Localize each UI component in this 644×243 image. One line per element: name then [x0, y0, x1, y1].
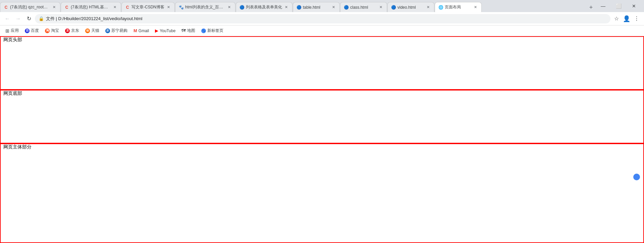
tab-7-favicon: 🔵 [344, 5, 348, 10]
tab-8[interactable]: 🔵 video.html ✕ [387, 2, 434, 12]
bookmark-apps[interactable]: ⊞ 应用 [3, 27, 21, 35]
taobao-favicon: 淘 [45, 28, 50, 33]
page-main-section: 网页主体部分 [0, 143, 644, 243]
tab-5-label: 列表表格及表单美化 [246, 4, 282, 10]
bookmark-maps[interactable]: 🗺 地图 [179, 27, 198, 35]
page-header-section: 网页头部 [0, 36, 644, 90]
tab-6-close[interactable]: ✕ [331, 5, 336, 10]
bookmark-newtab[interactable]: 🐾 新标签页 [199, 27, 226, 35]
tab-2-close[interactable]: ✕ [112, 5, 117, 10]
menu-button[interactable]: ⋮ [632, 14, 641, 23]
tabs-container: C (7条消息) qzc_root的... ✕ C (7条消息) HTML基础.… [0, 0, 585, 12]
tab-9-favicon: 🌐 [438, 5, 443, 10]
bookmark-jingdong[interactable]: 京 京东 [62, 27, 82, 35]
forward-button[interactable]: → [13, 14, 23, 23]
bookmark-taobao[interactable]: 淘 淘宝 [42, 27, 62, 35]
tab-6[interactable]: 🔵 table.html ✕ [293, 2, 340, 12]
header-label: 网页头部 [1, 36, 25, 44]
suning-label: 苏宁易购 [111, 28, 127, 34]
jingdong-label: 京东 [71, 28, 79, 34]
tab-8-label: video.html [397, 5, 424, 10]
refresh-button[interactable]: ↻ [24, 14, 34, 23]
bookmark-gmail[interactable]: M Gmail [131, 27, 152, 35]
suning-favicon: 苏 [105, 28, 110, 33]
tab-7-label: class.html [350, 5, 377, 10]
apps-icon: ⊞ [5, 28, 9, 34]
nav-bar: ← → ↻ 🔒 文件 | D:/Hbuilder/20201224_list/v… [0, 12, 644, 25]
tab-3-label: 写文章-CSDN博客 [131, 4, 164, 10]
newtab-favicon: 🐾 [201, 28, 206, 33]
tianmao-label: 天猫 [91, 28, 99, 34]
bookmark-baidu[interactable]: 百 百度 [22, 27, 42, 35]
tab-7-close[interactable]: ✕ [378, 5, 383, 10]
tab-8-close[interactable]: ✕ [425, 5, 431, 10]
taobao-label: 淘宝 [51, 28, 59, 34]
address-bar[interactable]: 🔒 文件 | D:/Hbuilder/20201224_list/vedio/l… [35, 14, 610, 23]
tab-5[interactable]: 🔵 列表表格及表单美化 ✕ [236, 2, 292, 12]
youtube-label: YouTube [160, 28, 175, 33]
tab-5-close[interactable]: ✕ [283, 5, 289, 10]
address-text: 文件 | D:/Hbuilder/20201224_list/vedio/lay… [46, 16, 607, 22]
baidu-label: 百度 [31, 28, 39, 34]
tab-bar: C (7条消息) qzc_root的... ✕ C (7条消息) HTML基础.… [0, 0, 644, 12]
scroll-indicator[interactable] [633, 174, 640, 180]
nav-right-buttons: ☆ 👤 ⋮ [612, 14, 641, 23]
minimize-button[interactable]: — [596, 1, 610, 11]
bookmark-tianmao[interactable]: 猫 天猫 [83, 27, 102, 35]
new-tab-button[interactable]: + [586, 3, 596, 12]
maximize-button[interactable]: ⬜ [611, 1, 626, 11]
tab-4-close[interactable]: ✕ [226, 5, 232, 10]
lock-icon: 🔒 [39, 16, 44, 21]
tab-7[interactable]: 🔵 class.html ✕ [340, 2, 387, 12]
jingdong-favicon: 京 [65, 28, 70, 33]
tab-8-favicon: 🔵 [391, 5, 396, 10]
tab-2-label: (7条消息) HTML基础... [71, 4, 111, 10]
tianmao-favicon: 猫 [85, 28, 90, 33]
tab-4-favicon: 🐾 [179, 5, 183, 10]
back-button[interactable]: ← [3, 14, 12, 23]
gmail-label: Gmail [139, 28, 149, 33]
youtube-favicon: ▶ [155, 28, 158, 33]
tab-1[interactable]: C (7条消息) qzc_root的... ✕ [0, 2, 60, 12]
browser-chrome: C (7条消息) qzc_root的... ✕ C (7条消息) HTML基础.… [0, 0, 644, 36]
tab-3[interactable]: C 写文章-CSDN博客 ✕ [121, 2, 175, 12]
page-footer-section: 网页底部 [0, 90, 644, 143]
tab-1-label: (7条消息) qzc_root的... [10, 4, 50, 10]
tab-9-label: 页面布局 [445, 4, 471, 10]
footer-label: 网页底部 [1, 88, 25, 98]
tab-9[interactable]: 🌐 页面布局 ✕ [435, 2, 482, 12]
newtab-label: 新标签页 [207, 28, 223, 34]
tab-5-favicon: 🔵 [239, 5, 244, 10]
tab-4-label: html列表的含义_百度... [185, 4, 225, 10]
bookmarks-bar: ⊞ 应用 百 百度 淘 淘宝 京 京东 猫 天猫 苏 苏宁易购 M [0, 25, 644, 36]
main-label: 网页主体部分 [1, 142, 34, 151]
bookmark-youtube[interactable]: ▶ YouTube [152, 27, 178, 35]
tab-9-close[interactable]: ✕ [473, 5, 478, 10]
maps-favicon: 🗺 [181, 28, 186, 33]
close-button[interactable]: ✕ [627, 1, 641, 11]
tab-2-favicon: C [64, 5, 69, 10]
tab-4[interactable]: 🐾 html列表的含义_百度... ✕ [175, 2, 235, 12]
bookmark-suning[interactable]: 苏 苏宁易购 [103, 27, 130, 35]
tab-6-favicon: 🔵 [297, 5, 301, 10]
page-content: 网页头部 网页底部 网页主体部分 [0, 36, 644, 243]
tab-1-favicon: C [4, 5, 8, 10]
tab-3-favicon: C [125, 5, 130, 10]
maps-label: 地图 [187, 28, 195, 34]
window-controls: — ⬜ ✕ [596, 1, 644, 12]
gmail-favicon: M [133, 28, 137, 33]
bookmark-star-button[interactable]: ☆ [612, 14, 621, 23]
tab-6-label: table.html [303, 5, 329, 10]
apps-label: 应用 [11, 28, 19, 34]
tab-1-close[interactable]: ✕ [51, 5, 57, 10]
profile-button[interactable]: 👤 [622, 14, 631, 23]
baidu-favicon: 百 [25, 28, 30, 33]
tab-2[interactable]: C (7条消息) HTML基础... ✕ [61, 2, 121, 12]
tab-3-close[interactable]: ✕ [166, 5, 171, 10]
